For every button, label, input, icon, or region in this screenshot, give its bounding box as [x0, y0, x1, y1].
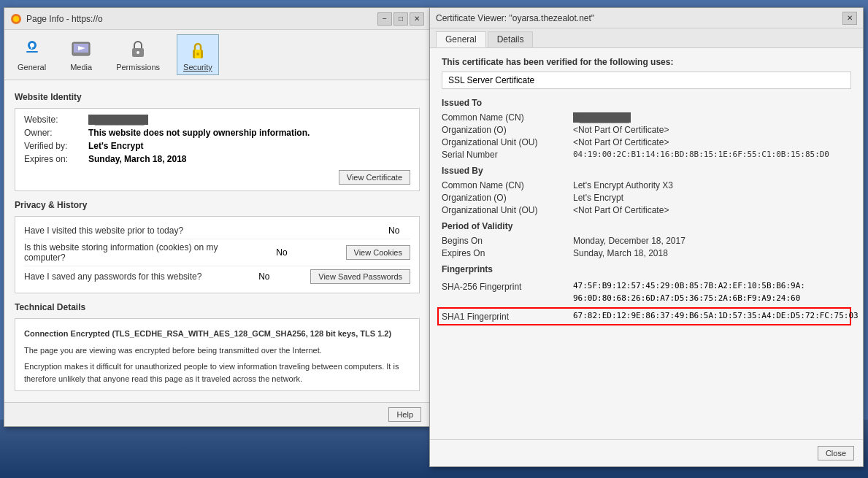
cert-content: This certificate has been verified for t…	[430, 48, 863, 439]
privacy-answer-0: No	[388, 225, 410, 236]
technical-section-title: Technical Details	[15, 302, 420, 312]
tab-media-label: Media	[70, 63, 92, 72]
svg-rect-4	[26, 51, 38, 53]
issued-to-ou-field: Organizational Unit (OU)	[442, 137, 573, 147]
maximize-button[interactable]: □	[393, 12, 408, 26]
privacy-section: Have I visited this website prior to tod…	[15, 216, 420, 293]
cert-title: Certificate Viewer: "oyarsa.thezealot.ne…	[436, 13, 594, 23]
privacy-question-1: Is this website storing information (coo…	[24, 242, 228, 263]
website-identity-title: Website Identity	[15, 92, 420, 102]
tab-general[interactable]: i General	[12, 35, 52, 74]
encryption-text: Encryption makes it difficult for unauth…	[24, 361, 410, 385]
sha1-fp-value: 67:82:ED:12:9E:86:37:49:B6:5A:1D:57:35:A…	[573, 310, 859, 323]
svg-point-13	[196, 53, 199, 55]
privacy-row-0: Have I visited this website prior to tod…	[24, 223, 410, 239]
view-cookies-button[interactable]: View Cookies	[346, 245, 410, 260]
website-row: Website: o████████t	[24, 115, 410, 125]
issued-to-o-field: Organization (O)	[442, 125, 573, 135]
close-button[interactable]: Close	[818, 446, 854, 460]
privacy-answer-2: No	[258, 271, 280, 282]
privacy-section-title: Privacy & History	[15, 200, 420, 210]
tab-security[interactable]: Security	[177, 34, 219, 75]
issued-by-ou-val: <Not Part Of Certificate>	[573, 205, 851, 215]
issued-by-rows: Common Name (CN) Let's Encrypt Authority…	[442, 180, 851, 215]
validity-expires-field: Expires On	[442, 248, 573, 258]
page-info-toolbar: i General Media	[4, 30, 430, 80]
issued-to-cn-val: o████████	[573, 112, 851, 123]
page-info-content: Website Identity Website: o████████t Own…	[4, 80, 430, 402]
cert-tab-details[interactable]: Details	[488, 31, 534, 47]
validity-title: Period of Validity	[442, 221, 851, 231]
owner-row: Owner: This website does not supply owne…	[24, 128, 410, 138]
website-label: Website:	[24, 115, 82, 125]
validity-begins-field: Begins On	[442, 236, 573, 246]
sha1-fp-label: SHA1 Fingerprint	[442, 310, 573, 322]
issued-to-cn-row: Common Name (CN) o████████	[442, 112, 851, 123]
window-controls: − □ ✕	[377, 12, 424, 26]
general-icon: i	[20, 38, 44, 61]
page-info-footer: Help	[4, 402, 430, 426]
issued-to-title: Issued To	[442, 98, 851, 108]
issued-by-o-val: Let's Encrypt	[573, 193, 851, 203]
issued-to-o-val: <Not Part Of Certificate>	[573, 125, 851, 135]
verified-row: Verified by: Let's Encrypt	[24, 141, 410, 151]
cert-tab-general[interactable]: General	[436, 31, 486, 47]
sha256-fp-row: SHA-256 Fingerprint 47:5F:B9:12:57:45:29…	[442, 280, 851, 304]
svg-text:i: i	[31, 42, 33, 50]
fingerprints-section: SHA-256 Fingerprint 47:5F:B9:12:57:45:29…	[442, 280, 851, 325]
issued-by-ou-row: Organizational Unit (OU) <Not Part Of Ce…	[442, 205, 851, 215]
detail-text: The page you are viewing was encrypted b…	[24, 344, 410, 357]
tab-security-label: Security	[183, 63, 212, 72]
cert-viewer-window: Certificate Viewer: "oyarsa.thezealot.ne…	[429, 7, 864, 467]
sha1-fp-row: SHA1 Fingerprint 67:82:ED:12:9E:86:37:49…	[437, 307, 851, 325]
help-button[interactable]: Help	[388, 407, 421, 422]
cert-close-x-button[interactable]: ✕	[842, 12, 857, 25]
cert-verified-label: This certificate has been verified for t…	[442, 57, 851, 67]
sha256-fp-label: SHA-256 Fingerprint	[442, 280, 573, 292]
view-certificate-button[interactable]: View Certificate	[339, 170, 410, 185]
media-icon	[69, 38, 93, 61]
connection-text: Connection Encrypted (TLS_ECDHE_RSA_WITH…	[24, 328, 410, 340]
page-info-title: Page Info - https://o	[26, 14, 103, 24]
issued-to-cn-field: Common Name (CN)	[442, 112, 573, 123]
verified-value: Let's Encrypt	[88, 141, 144, 151]
privacy-row-2: Have I saved any passwords for this webs…	[24, 266, 410, 287]
sha256-fp-value: 47:5F:B9:12:57:45:29:0B:85:7B:A2:EF:10:5…	[573, 280, 851, 304]
validity-expires-val: Sunday, March 18, 2018	[573, 248, 851, 258]
validity-begins-row: Begins On Monday, December 18, 2017	[442, 236, 851, 246]
issued-by-o-row: Organization (O) Let's Encrypt	[442, 193, 851, 203]
owner-label: Owner:	[24, 128, 82, 138]
issued-by-ou-field: Organizational Unit (OU)	[442, 205, 573, 215]
issued-by-cn-row: Common Name (CN) Let's Encrypt Authority…	[442, 180, 851, 190]
issued-to-o-row: Organization (O) <Not Part Of Certificat…	[442, 125, 851, 135]
tab-permissions-label: Permissions	[116, 63, 160, 72]
expires-value: Sunday, March 18, 2018	[88, 154, 187, 164]
issued-to-serial-row: Serial Number 04:19:00:2C:B1:14:16:BD:8B…	[442, 150, 851, 160]
expires-label: Expires on:	[24, 154, 82, 164]
verified-label: Verified by:	[24, 141, 82, 151]
privacy-question-2: Have I saved any passwords for this webs…	[24, 271, 228, 282]
svg-point-1	[13, 16, 19, 22]
technical-section: Connection Encrypted (TLS_ECDHE_RSA_WITH…	[15, 318, 420, 391]
close-button[interactable]: ✕	[410, 12, 424, 26]
expires-row: Expires on: Sunday, March 18, 2018	[24, 154, 410, 164]
issued-by-cn-field: Common Name (CN)	[442, 180, 573, 190]
website-identity-box: Website: o████████t Owner: This website …	[15, 108, 420, 191]
minimize-button[interactable]: −	[377, 12, 392, 26]
view-saved-passwords-button[interactable]: View Saved Passwords	[310, 269, 410, 284]
cert-footer: Close	[430, 439, 863, 466]
cert-titlebar: Certificate Viewer: "oyarsa.thezealot.ne…	[430, 8, 863, 28]
issued-to-ou-val: <Not Part Of Certificate>	[573, 137, 851, 147]
tab-permissions[interactable]: Permissions	[110, 35, 166, 74]
page-info-window: Page Info - https://o − □ ✕ i General	[4, 7, 431, 427]
cert-tabs: General Details	[430, 28, 863, 48]
privacy-question-0: Have I visited this website prior to tod…	[24, 225, 228, 236]
privacy-answer-1: No	[276, 247, 298, 258]
cert-use-value: SSL Server Certificate	[448, 75, 534, 85]
cert-use-box: SSL Server Certificate	[442, 72, 851, 89]
validity-begins-val: Monday, December 18, 2017	[573, 236, 851, 246]
issued-to-ou-row: Organizational Unit (OU) <Not Part Of Ce…	[442, 137, 851, 147]
issued-to-serial-field: Serial Number	[442, 150, 573, 160]
tab-media[interactable]: Media	[63, 35, 99, 74]
privacy-row-1: Is this website storing information (coo…	[24, 239, 410, 266]
